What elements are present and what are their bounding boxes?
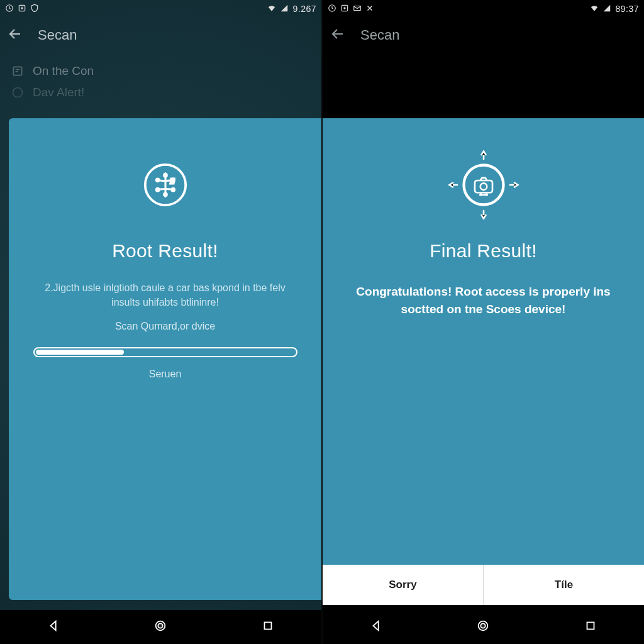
cell-signal-icon (280, 4, 289, 14)
negative-button[interactable]: Sorry (323, 565, 484, 605)
result-subtext: Scan Qumard,or dvice (115, 321, 215, 332)
result-icon (440, 147, 528, 223)
positive-button[interactable]: Tíle (484, 565, 644, 605)
download-icon (340, 4, 349, 14)
result-card: z Root Result! 2.Jigcth usle inlgtioth c… (9, 118, 321, 600)
svg-point-6 (164, 193, 167, 196)
svg-point-13 (158, 623, 163, 628)
svg-point-24 (480, 183, 487, 190)
back-icon[interactable] (330, 26, 345, 44)
wifi-icon (590, 4, 599, 14)
progress-fill (36, 350, 124, 355)
nav-bar (323, 610, 644, 644)
list-item[interactable]: Dav Alert! (11, 86, 310, 99)
nav-home-button[interactable] (457, 613, 509, 641)
mail-icon (353, 4, 362, 14)
list-item-label: On the Con (33, 64, 94, 78)
progress-bar (33, 347, 297, 357)
phone-screen-right: 89:37 Secan (323, 0, 644, 644)
svg-point-22 (464, 165, 503, 205)
nav-back-button[interactable] (28, 613, 79, 641)
svg-point-3 (13, 88, 23, 97)
button-label: Tíle (555, 579, 573, 591)
nav-bar (0, 610, 321, 644)
list-item-label: Dav Alert! (33, 86, 84, 99)
result-description: Congratulations! Root access is properly… (352, 283, 616, 318)
status-clock: 9.267 (292, 4, 316, 14)
svg-rect-30 (587, 623, 594, 630)
svg-rect-14 (264, 623, 271, 630)
app-bar: Secan (0, 18, 321, 53)
phone-screen-left: 9.267 Secan On the Con Dav Alert! (0, 0, 323, 644)
status-bar: 89:37 (323, 0, 644, 18)
status-clock: 89:37 (615, 4, 639, 14)
download-icon (18, 4, 26, 14)
app-bar-title: Secan (360, 27, 399, 43)
dialog-button-bar: Sorry Tíle (323, 565, 644, 605)
svg-point-7 (156, 179, 159, 182)
svg-point-29 (481, 623, 486, 628)
clock-icon (5, 4, 14, 14)
clock-icon (328, 4, 336, 14)
svg-point-9 (156, 188, 159, 191)
nav-home-button[interactable] (135, 613, 186, 641)
nav-back-button[interactable] (350, 613, 402, 641)
shield-icon (30, 4, 39, 14)
list-item[interactable]: On the Con (11, 64, 310, 78)
app-bar-title: Secan (38, 27, 77, 43)
nav-recent-button[interactable] (565, 613, 616, 641)
background-list: On the Con Dav Alert! (0, 53, 321, 107)
back-icon[interactable] (8, 26, 23, 44)
result-icon: z (128, 147, 203, 223)
result-heading: Root Result! (112, 240, 218, 262)
result-heading: Final Result! (430, 240, 537, 262)
svg-point-5 (164, 174, 167, 177)
close-icon (365, 4, 374, 14)
svg-text:z: z (169, 174, 174, 186)
svg-rect-23 (475, 180, 492, 192)
status-bar: 9.267 (0, 0, 321, 18)
svg-point-10 (171, 188, 174, 191)
nav-recent-button[interactable] (242, 613, 294, 641)
cell-signal-icon (602, 4, 611, 14)
progress-status: Seruen (149, 369, 182, 380)
result-card: Final Result! Congratulations! Root acce… (323, 118, 644, 565)
wifi-icon (267, 4, 276, 14)
button-label: Sorry (389, 579, 416, 591)
result-description: 2.Jigcth usle inlgtioth caule a car bas … (33, 280, 297, 309)
app-bar: Secan (323, 18, 644, 53)
